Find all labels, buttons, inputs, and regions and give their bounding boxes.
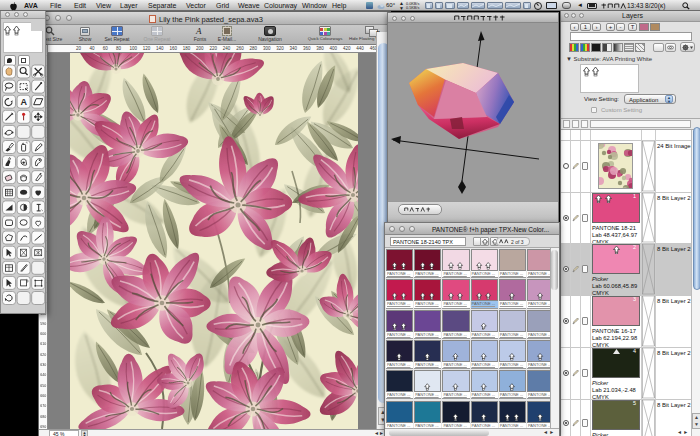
svg-text:A: A <box>21 97 28 107</box>
